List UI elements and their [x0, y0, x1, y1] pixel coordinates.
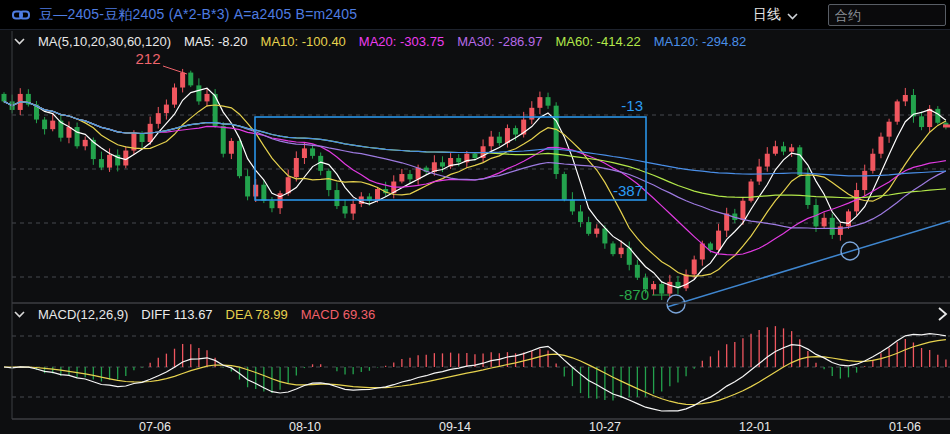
x-axis-label: 01-06 [889, 420, 921, 434]
collapse-chevron-icon[interactable] [14, 311, 25, 318]
x-axis-label: 08-10 [289, 420, 321, 434]
macd-indicator-header: MACD(12,26,9) DIFF 113.67DEA 78.99MACD 6… [14, 307, 375, 322]
ma-indicator-header: MA(5,10,20,30,60,120) MA5: -8.20MA10: -1… [14, 34, 746, 49]
x-axis: 07-0608-1009-1410-2712-0101-06 [0, 419, 950, 434]
indicator-value: MA60: -414.22 [555, 34, 640, 49]
ma-indicator-name: MA(5,10,20,30,60,120) [38, 34, 171, 49]
svg-text:-13: -13 [621, 97, 643, 114]
x-axis-label: 07-06 [139, 420, 171, 434]
macd-indicator-name: MACD(12,26,9) [38, 307, 128, 322]
indicator-value: MACD 69.36 [301, 307, 375, 322]
trading-app-window: 豆—2405-豆粕2405 (A*2-B*3) A=a2405 B=m2405 … [0, 0, 950, 434]
svg-text:-387: -387 [613, 182, 643, 199]
indicator-value: MA120: -294.82 [654, 34, 747, 49]
x-axis-label: 12-01 [739, 420, 771, 434]
expand-right-icon[interactable] [936, 306, 948, 326]
indicator-value: DIFF 113.67 [141, 307, 212, 322]
indicator-value: MA30: -286.97 [457, 34, 542, 49]
svg-text:-870: -870 [619, 286, 649, 303]
indicator-value: MA20: -303.75 [359, 34, 444, 49]
indicator-value: MA5: -8.20 [184, 34, 248, 49]
chart-canvas[interactable]: -13-387212-870 [0, 0, 950, 434]
collapse-chevron-icon[interactable] [14, 38, 25, 45]
x-axis-label: 09-14 [439, 420, 471, 434]
indicator-value: DEA 78.99 [226, 307, 288, 322]
x-axis-label: 10-27 [589, 420, 621, 434]
indicator-value: MA10: -100.40 [261, 34, 346, 49]
svg-text:212: 212 [135, 50, 160, 67]
